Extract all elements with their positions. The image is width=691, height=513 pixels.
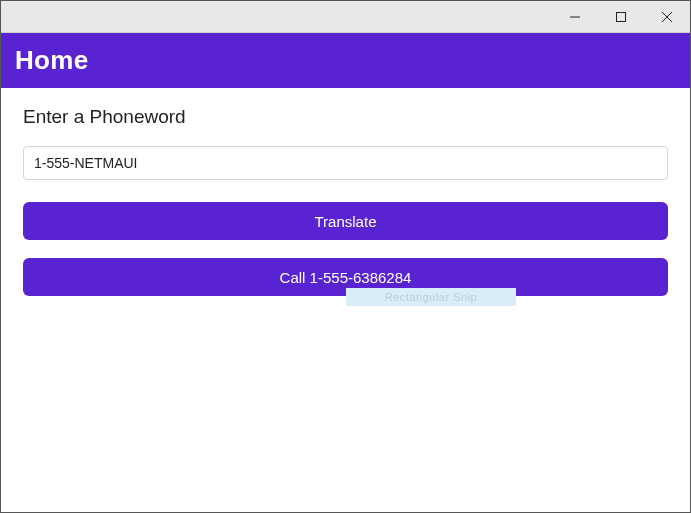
restore-icon [616, 12, 626, 22]
minimize-icon [570, 12, 580, 22]
app-header: Home [1, 33, 690, 88]
phoneword-input[interactable] [23, 146, 668, 180]
close-icon [662, 12, 672, 22]
close-button[interactable] [644, 1, 690, 33]
snip-overlay: Rectangular Snip [346, 288, 516, 306]
restore-button[interactable] [598, 1, 644, 33]
minimize-button[interactable] [552, 1, 598, 33]
svg-rect-1 [617, 12, 626, 21]
window-titlebar [1, 1, 690, 33]
translate-button[interactable]: Translate [23, 202, 668, 240]
phoneword-label: Enter a Phoneword [23, 106, 668, 128]
page-title: Home [15, 45, 676, 76]
